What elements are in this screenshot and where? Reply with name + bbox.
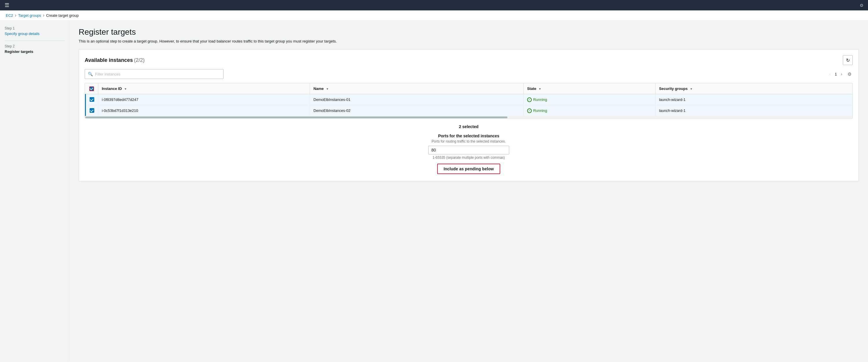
next-page-button[interactable]: ›: [839, 70, 844, 78]
ports-hint: 1-65535 (separate multiple ports with co…: [433, 156, 505, 160]
panel-count: (2/2): [134, 57, 145, 63]
sort-name-icon: ▼: [326, 87, 329, 90]
header-checkbox-col[interactable]: [86, 83, 98, 94]
ports-label: Ports for the selected instances: [438, 133, 499, 138]
user-icon: ⊙: [860, 3, 863, 7]
pagination-row: ‹ 1 › ⚙: [828, 70, 853, 78]
selected-section: 2 selected Ports for the selected instan…: [85, 124, 853, 174]
row1-instance-id: i-0f8397d8ed477d247: [98, 94, 310, 105]
breadcrumb-current: Create target group: [46, 13, 79, 18]
row2-state-badge: ✓ Running: [527, 109, 547, 113]
header-security-groups[interactable]: Security groups ▼: [655, 83, 852, 94]
settings-icon: ⚙: [847, 72, 851, 77]
table-row[interactable]: i-0f8397d8ed477d247 DemoElbInstances-01 …: [86, 94, 853, 105]
refresh-button[interactable]: ↻: [843, 55, 853, 65]
hamburger-menu[interactable]: ☰: [5, 2, 9, 8]
row2-name: DemoElbInstances-02: [310, 105, 524, 116]
available-instances-panel: Available instances (2/2) ↻ 🔍 ‹ 1: [79, 49, 859, 181]
sidebar-item-register-targets: Register targets: [5, 50, 64, 54]
search-input[interactable]: [95, 72, 220, 76]
sidebar-item-specify-group[interactable]: Specify group details: [5, 32, 64, 36]
row1-state-icon: ✓: [527, 97, 532, 102]
page-description: This is an optional step to create a tar…: [79, 39, 339, 43]
sidebar-divider: [5, 40, 64, 41]
next-arrow-icon: ›: [841, 72, 842, 76]
ports-input[interactable]: [428, 146, 509, 154]
sort-security-groups-icon: ▼: [690, 87, 693, 90]
breadcrumb: EC2 › Target groups › Create target grou…: [0, 10, 868, 21]
breadcrumb-sep-1: ›: [15, 13, 16, 18]
sidebar: Step 1 Specify group details Step 2 Regi…: [0, 21, 69, 361]
row1-security-groups: launch-wizard-1: [655, 94, 852, 105]
select-all-checkbox[interactable]: [89, 86, 94, 91]
scrollbar-area[interactable]: [85, 116, 852, 118]
sort-instance-id-icon: ▼: [124, 87, 127, 90]
header-instance-id-label: Instance ID: [102, 86, 122, 91]
ports-section: Ports for the selected instances Ports f…: [85, 133, 853, 174]
row2-checkbox-cell[interactable]: [86, 105, 98, 116]
page-number: 1: [835, 72, 837, 76]
panel-title-area: Available instances (2/2): [85, 57, 145, 63]
search-icon: 🔍: [88, 72, 93, 76]
row1-name: DemoElbInstances-01: [310, 94, 524, 105]
row2-instance-id: i-0c53bd7f1d313e210: [98, 105, 310, 116]
row2-checkbox[interactable]: [90, 108, 94, 113]
instances-table-container: Instance ID ▼ Name ▼ State ▼: [85, 83, 853, 119]
layout: Step 1 Specify group details Step 2 Regi…: [0, 21, 868, 361]
row1-state-label: Running: [533, 97, 547, 102]
row1-state-badge: ✓ Running: [527, 97, 547, 102]
sort-state-icon: ▼: [538, 87, 541, 90]
refresh-icon: ↻: [846, 58, 850, 63]
header-name-label: Name: [313, 86, 323, 91]
panel-title: Available instances: [85, 57, 133, 63]
breadcrumb-target-groups[interactable]: Target groups: [18, 13, 41, 18]
table-header-row: Instance ID ▼ Name ▼ State ▼: [86, 83, 853, 94]
top-bar: ☰ ⊙: [0, 0, 868, 10]
main-content: Register targets This is an optional ste…: [69, 21, 868, 361]
row1-checkbox-cell[interactable]: [86, 94, 98, 105]
include-as-pending-button[interactable]: Include as pending below: [437, 164, 500, 174]
panel-header: Available instances (2/2) ↻: [85, 55, 853, 65]
prev-page-button[interactable]: ‹: [828, 70, 832, 78]
table-body: i-0f8397d8ed477d247 DemoElbInstances-01 …: [86, 94, 853, 116]
row1-checkbox[interactable]: [90, 97, 94, 102]
instances-table: Instance ID ▼ Name ▼ State ▼: [85, 83, 852, 116]
table-row[interactable]: i-0c53bd7f1d313e210 DemoElbInstances-02 …: [86, 105, 853, 116]
row2-state-icon: ✓: [527, 109, 532, 113]
breadcrumb-sep-2: ›: [43, 13, 44, 18]
search-row: 🔍 ‹ 1 › ⚙: [85, 69, 853, 79]
row2-state-label: Running: [533, 109, 547, 113]
page-title: Register targets: [79, 27, 859, 37]
column-settings-button[interactable]: ⚙: [846, 70, 853, 78]
header-instance-id[interactable]: Instance ID ▼: [98, 83, 310, 94]
step1-label: Step 1: [5, 26, 64, 30]
step2-label: Step 2: [5, 44, 64, 48]
ports-sublabel: Ports for routing traffic to the selecte…: [432, 139, 506, 143]
row1-state: ✓ Running: [523, 94, 655, 105]
scrollbar-thumb: [85, 117, 507, 118]
search-box: 🔍: [85, 69, 223, 79]
header-security-groups-label: Security groups: [659, 86, 688, 91]
row2-security-groups: launch-wizard-1: [655, 105, 852, 116]
header-state-label: State: [527, 86, 536, 91]
header-state[interactable]: State ▼: [523, 83, 655, 94]
selected-count: 2 selected: [85, 124, 853, 129]
prev-arrow-icon: ‹: [829, 72, 831, 76]
breadcrumb-ec2[interactable]: EC2: [6, 13, 13, 18]
row2-state: ✓ Running: [523, 105, 655, 116]
header-name[interactable]: Name ▼: [310, 83, 524, 94]
top-bar-right: ⊙: [860, 3, 863, 7]
table-header: Instance ID ▼ Name ▼ State ▼: [86, 83, 853, 94]
